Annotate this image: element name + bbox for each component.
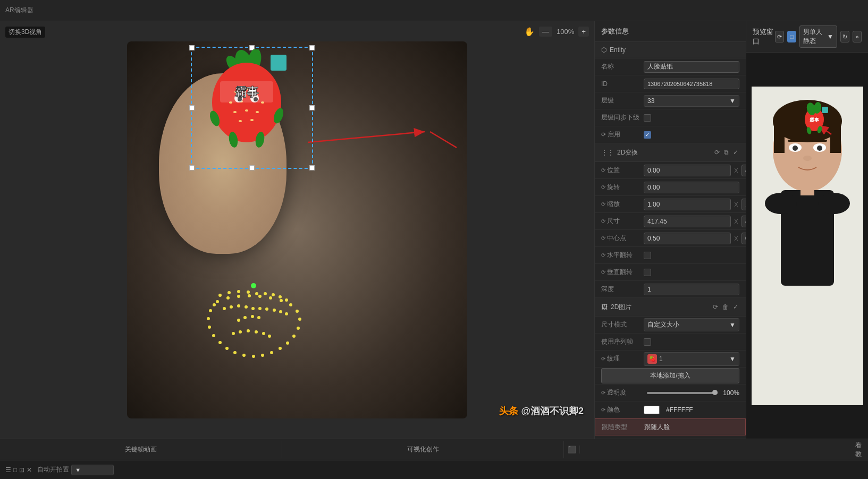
param-useframes-checkbox[interactable]	[644, 338, 651, 346]
status-icon-close[interactable]: ✕	[27, 466, 32, 474]
param-id-input[interactable]	[644, 79, 739, 89]
param-useframes-label: 使用序列帧	[601, 337, 644, 346]
preview-icon-btn2[interactable]: □	[787, 31, 796, 42]
param-sizemode-dropdown[interactable]: 自定义大小 ▼	[644, 318, 739, 331]
svg-point-53	[262, 332, 265, 335]
param-position-inputs: X Y	[644, 165, 746, 176]
param-size-row: ⟳ 尺寸 X Y	[595, 213, 746, 230]
param-enable-row: ⟳ 启用 ✓	[595, 126, 746, 143]
status-icon-box[interactable]: □	[13, 466, 17, 474]
preview-expand-btn[interactable]: »	[853, 31, 862, 42]
params-panel-header: 参数信息	[595, 21, 746, 42]
param-size-x[interactable]	[644, 216, 731, 227]
image2d-icon: 🖼	[601, 303, 608, 311]
param-texture-row: ⟳ 纹理 🍓 1 ▼	[595, 350, 746, 367]
param-fliph-label: ⟳ 水平翻转	[601, 251, 644, 260]
param-position-x[interactable]	[644, 165, 731, 176]
svg-point-71	[233, 111, 237, 113]
param-enable-checkbox[interactable]: ✓	[644, 131, 651, 139]
param-scale-x[interactable]	[644, 199, 731, 210]
param-center-row: ⟳ 中心点 X Y	[595, 230, 746, 247]
svg-point-30	[255, 292, 258, 295]
param-enable-label: ⟳ 启用	[601, 130, 644, 139]
image2d-action1[interactable]: ⟳	[712, 302, 719, 312]
param-depth-input[interactable]	[644, 284, 739, 295]
param-center-x[interactable]	[644, 233, 731, 244]
preview-dropdown[interactable]: 男单人静态 ▼	[799, 25, 837, 48]
keyframe-animation-btn[interactable]: 关键帧动画	[0, 441, 282, 458]
preview-refresh-btn[interactable]: ↻	[840, 31, 849, 42]
transform2d-action1[interactable]: ⟳	[713, 148, 721, 157]
svg-rect-99	[800, 185, 814, 195]
size-x-axis: X	[733, 218, 739, 225]
param-scale-y[interactable]	[741, 199, 746, 210]
svg-point-47	[251, 315, 254, 318]
svg-point-33	[279, 295, 282, 298]
param-useframes-row: 使用序列帧	[595, 333, 746, 350]
param-layer-sync-checkbox[interactable]	[644, 114, 651, 122]
svg-point-54	[268, 335, 271, 338]
svg-point-50	[239, 330, 242, 333]
param-fliph-checkbox[interactable]	[644, 252, 651, 259]
svg-point-22	[208, 326, 211, 329]
param-center-inputs: X Y	[644, 233, 746, 244]
param-name-label: 名称	[601, 62, 644, 71]
svg-point-9	[298, 318, 301, 321]
color-swatch[interactable]	[644, 406, 660, 414]
param-name-input[interactable]	[644, 61, 739, 73]
param-texture-dropdown[interactable]: 🍓 1 ▼	[644, 352, 739, 366]
param-layer-sync-label: 层级同步下级	[601, 113, 644, 122]
svg-point-19	[225, 347, 229, 350]
svg-point-52	[255, 330, 258, 333]
param-center-y[interactable]	[741, 233, 746, 244]
preview-panel: 预览窗口 ⟳ □ 男单人静态 ▼ ↻ »	[746, 21, 868, 439]
texture-icon: 🍓	[647, 354, 657, 364]
opacity-slider[interactable]	[647, 392, 718, 394]
svg-point-11	[292, 335, 296, 338]
param-layer-dropdown[interactable]: 33 ▼	[644, 95, 739, 107]
add-texture-btn[interactable]: 本地添加/拖入	[601, 368, 739, 383]
svg-rect-95	[788, 140, 803, 142]
strawberry-sticker[interactable]: 霸事	[193, 49, 305, 172]
auto-open-dropdown[interactable]: ▼	[71, 465, 114, 475]
svg-rect-62	[271, 55, 286, 71]
svg-point-36	[230, 305, 233, 309]
param-rotation-label: ⟳ 旋转	[601, 183, 644, 192]
param-rotation-input[interactable]	[644, 182, 739, 193]
svg-point-34	[285, 298, 288, 302]
param-flipv-row: ⟳ 垂直翻转	[595, 264, 746, 281]
image2d-action3[interactable]: ✓	[732, 302, 739, 312]
param-scale-label: ⟳ 缩放	[601, 200, 644, 209]
param-color-row: ⟳ 颜色 #FFFFFF	[595, 401, 746, 418]
svg-point-13	[279, 347, 282, 350]
svg-text:霸事: 霸事	[810, 117, 820, 123]
svg-point-25	[213, 303, 216, 306]
image2d-section-header: 🖼 2D图片 ⟳ 🗑 ✓	[595, 298, 746, 317]
preview-icon-btn1[interactable]: ⟳	[775, 31, 784, 42]
svg-rect-108	[822, 107, 828, 113]
svg-point-93	[793, 146, 798, 151]
status-icon-grid[interactable]: ⊡	[19, 466, 24, 474]
svg-point-75	[250, 119, 254, 121]
param-position-y[interactable]	[741, 165, 746, 176]
color-picker-container: #FFFFFF	[644, 406, 693, 414]
status-icon-menu[interactable]: ☰	[5, 466, 11, 474]
center-x-axis: X	[733, 235, 739, 242]
svg-point-40	[258, 307, 262, 310]
svg-point-51	[247, 329, 250, 332]
image2d-action2[interactable]: 🗑	[721, 302, 730, 312]
svg-point-43	[279, 310, 282, 313]
svg-rect-96	[812, 140, 827, 142]
svg-point-18	[233, 351, 237, 354]
param-rotation-row: ⟳ 旋转	[595, 179, 746, 196]
transform2d-action3[interactable]: ✓	[732, 148, 739, 157]
param-depth-row: 深度	[595, 281, 746, 298]
param-size-y[interactable]	[741, 216, 746, 227]
visualize-creation-btn[interactable]: 可视化创作	[282, 441, 564, 458]
transform2d-action2[interactable]: ⧉	[723, 148, 730, 157]
bottom-expand-btn[interactable]: ⬛	[564, 446, 580, 454]
svg-point-42	[273, 309, 276, 312]
svg-point-17	[242, 354, 246, 357]
transform2d-section-header: ⋮⋮ 2D变换 ⟳ ⧉ ✓	[595, 143, 746, 162]
param-flipv-checkbox[interactable]	[644, 269, 651, 276]
